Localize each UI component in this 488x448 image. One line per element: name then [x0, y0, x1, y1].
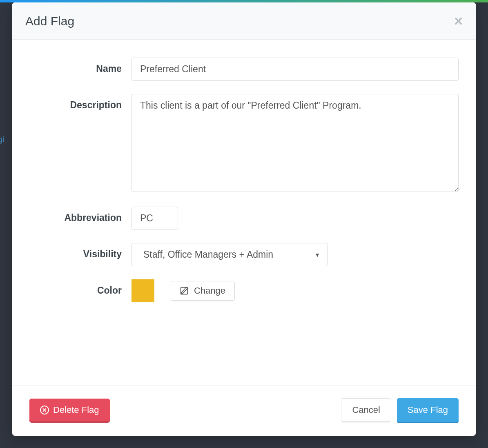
abbreviation-input[interactable]	[131, 207, 178, 230]
close-button[interactable]: ×	[454, 14, 463, 29]
modal-footer: ✕ Delete Flag Cancel Save Flag	[12, 386, 476, 436]
delete-flag-label: Delete Flag	[53, 405, 99, 415]
modal-header: Add Flag ×	[12, 2, 476, 40]
description-input[interactable]	[131, 94, 459, 192]
visibility-label: Visibility	[29, 243, 131, 260]
name-label: Name	[29, 58, 131, 74]
description-row: Description	[29, 94, 459, 194]
save-flag-button[interactable]: Save Flag	[397, 398, 459, 422]
footer-right-actions: Cancel Save Flag	[341, 398, 459, 422]
modal-body: Name Description Abbreviation Visibility…	[12, 40, 476, 386]
edit-icon	[180, 287, 188, 295]
description-label: Description	[29, 94, 131, 111]
cancel-button[interactable]: Cancel	[341, 398, 391, 422]
abbreviation-label: Abbreviation	[29, 207, 131, 223]
delete-icon: ✕	[40, 406, 49, 415]
svg-rect-0	[181, 288, 188, 294]
abbreviation-row: Abbreviation	[29, 207, 459, 230]
delete-flag-button[interactable]: ✕ Delete Flag	[29, 399, 110, 421]
change-color-button[interactable]: Change	[171, 281, 235, 301]
visibility-select-wrap: Staff, Office Managers + Admin ▼	[131, 243, 328, 266]
modal-title: Add Flag	[25, 14, 74, 28]
close-icon: ×	[454, 13, 463, 29]
color-label: Color	[29, 279, 131, 296]
color-swatch	[131, 279, 154, 302]
change-color-label: Change	[194, 285, 225, 296]
color-control: Change	[131, 279, 459, 302]
description-control	[131, 94, 459, 194]
visibility-control: Staff, Office Managers + Admin ▼	[131, 243, 459, 266]
name-input[interactable]	[131, 58, 459, 81]
add-flag-modal: Add Flag × Name Description Abbreviation…	[12, 2, 476, 436]
top-gradient-bar	[0, 0, 488, 2]
visibility-row: Visibility Staff, Office Managers + Admi…	[29, 243, 459, 266]
name-row: Name	[29, 58, 459, 81]
abbreviation-control	[131, 207, 459, 230]
name-control	[131, 58, 459, 81]
color-row: Color Change	[29, 279, 459, 302]
visibility-select[interactable]: Staff, Office Managers + Admin	[131, 243, 328, 266]
